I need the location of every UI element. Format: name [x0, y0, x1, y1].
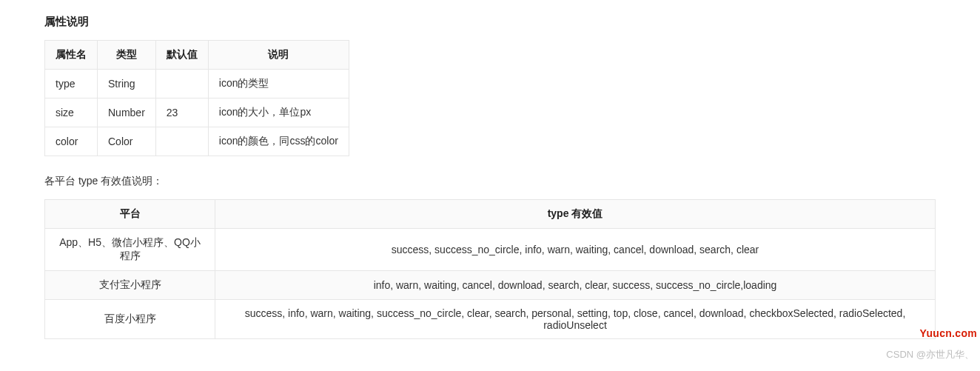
col-header: 平台 [45, 200, 215, 229]
cell-name: size [45, 98, 98, 127]
cell-desc: icon的颜色，同css的color [208, 127, 349, 156]
cell-default [155, 70, 208, 98]
cell-type: Number [98, 98, 156, 127]
cell-type: String [98, 70, 156, 98]
table-header-row: 平台 type 有效值 [45, 200, 936, 229]
table-row: size Number 23 icon的大小，单位px [45, 98, 349, 127]
col-header: 类型 [98, 41, 156, 70]
table-row: 支付宝小程序 info, warn, waiting, cancel, down… [45, 271, 936, 300]
cell-default [155, 127, 208, 156]
attributes-table: 属性名 类型 默认值 说明 type String icon的类型 size N… [44, 40, 349, 156]
type-note: 各平台 type 有效值说明： [44, 175, 936, 188]
table-row: color Color icon的颜色，同css的color [45, 127, 349, 156]
cell-type: Color [98, 127, 156, 156]
table-row: App、H5、微信小程序、QQ小程序 success, success_no_c… [45, 229, 936, 271]
col-header: 默认值 [155, 41, 208, 70]
col-header: 属性名 [45, 41, 98, 70]
cell-name: color [45, 127, 98, 156]
cell-values: success, success_no_circle, info, warn, … [215, 229, 936, 271]
section-title: 属性说明 [44, 15, 936, 29]
cell-desc: icon的大小，单位px [208, 98, 349, 127]
cell-default: 23 [155, 98, 208, 127]
types-table: 平台 type 有效值 App、H5、微信小程序、QQ小程序 success, … [44, 199, 936, 339]
watermark-gray: CSDN @亦世凡华、 [886, 348, 974, 361]
col-header: 说明 [208, 41, 349, 70]
cell-desc: icon的类型 [208, 70, 349, 98]
cell-platform: 支付宝小程序 [45, 271, 215, 300]
cell-platform: App、H5、微信小程序、QQ小程序 [45, 229, 215, 271]
cell-name: type [45, 70, 98, 98]
table-row: type String icon的类型 [45, 70, 349, 98]
cell-values: success, info, warn, waiting, success_no… [215, 300, 936, 339]
table-row: 百度小程序 success, info, warn, waiting, succ… [45, 300, 936, 339]
col-header: type 有效值 [215, 200, 936, 229]
cell-values: info, warn, waiting, cancel, download, s… [215, 271, 936, 300]
table-header-row: 属性名 类型 默认值 说明 [45, 41, 349, 70]
cell-platform: 百度小程序 [45, 300, 215, 339]
